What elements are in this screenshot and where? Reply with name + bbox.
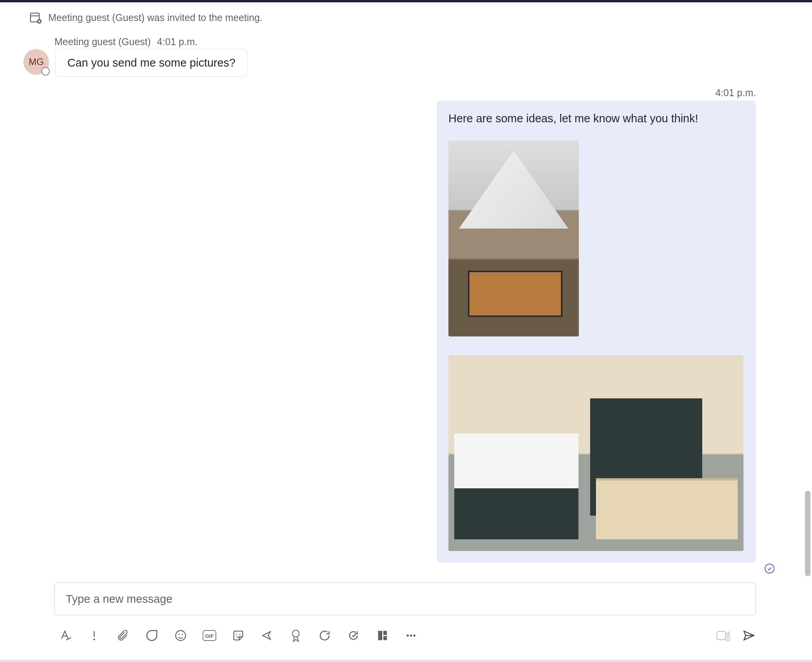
- svg-point-13: [236, 634, 237, 635]
- svg-point-5: [765, 564, 774, 573]
- svg-point-7: [93, 639, 95, 641]
- loop-icon[interactable]: [145, 629, 159, 643]
- svg-point-21: [413, 634, 416, 637]
- svg-point-10: [182, 634, 183, 635]
- incoming-sender: Meeting guest (Guest): [54, 36, 151, 48]
- bottom-divider: [0, 660, 812, 662]
- avatar-initials: MG: [29, 56, 44, 67]
- svg-point-20: [410, 634, 412, 637]
- outgoing-text: Here are some ideas, let me know what yo…: [448, 112, 744, 125]
- incoming-message-row: MG Can you send me some pictures?: [23, 49, 248, 77]
- share-icon[interactable]: [260, 629, 274, 643]
- svg-point-14: [239, 634, 241, 635]
- attachment-image-2[interactable]: [448, 355, 743, 551]
- attach-icon[interactable]: [116, 629, 130, 643]
- scrollbar-thumb[interactable]: [805, 491, 810, 576]
- svg-point-9: [178, 634, 179, 635]
- svg-point-8: [176, 630, 186, 641]
- sticker-icon[interactable]: [231, 629, 245, 643]
- svg-rect-22: [717, 632, 726, 640]
- calendar-add-icon: [29, 11, 42, 24]
- updates-icon[interactable]: [346, 629, 360, 643]
- svg-rect-18: [383, 636, 387, 640]
- system-event-row: Meeting guest (Guest) was invited to the…: [29, 11, 262, 24]
- system-event-text: Meeting guest (Guest) was invited to the…: [48, 12, 262, 23]
- refresh-icon[interactable]: [318, 629, 332, 643]
- outgoing-time: 4:01 p.m.: [715, 87, 756, 99]
- attachment-image-1[interactable]: [448, 141, 579, 336]
- incoming-text: Can you send me some pictures?: [67, 56, 236, 69]
- svg-point-19: [407, 634, 409, 637]
- avatar[interactable]: MG: [23, 49, 49, 75]
- composer-toolbar: GIF: [58, 625, 756, 646]
- send-icon[interactable]: [742, 629, 756, 643]
- message-input[interactable]: [65, 592, 745, 606]
- video-clip-icon[interactable]: [716, 629, 730, 643]
- seen-check-icon: [764, 563, 775, 574]
- presence-offline-icon: [41, 67, 50, 76]
- svg-rect-17: [383, 631, 387, 635]
- incoming-time: 4:01 p.m.: [157, 36, 197, 48]
- stream-icon[interactable]: [375, 629, 389, 643]
- kitchen-upper-cabinet: [454, 433, 578, 488]
- priority-icon[interactable]: [87, 629, 101, 643]
- message-composer[interactable]: [54, 583, 756, 615]
- svg-point-15: [292, 630, 299, 637]
- chat-scroll-area: Meeting guest (Guest) was invited to the…: [0, 2, 812, 615]
- svg-rect-16: [378, 631, 382, 640]
- approvals-icon[interactable]: [289, 629, 303, 643]
- emoji-icon[interactable]: [174, 629, 188, 643]
- svg-text:GIF: GIF: [205, 633, 214, 639]
- kitchen-lower-cabinet: [454, 488, 578, 539]
- gif-icon[interactable]: GIF: [202, 629, 216, 643]
- incoming-meta: Meeting guest (Guest) 4:01 p.m.: [54, 36, 198, 48]
- outgoing-bubble[interactable]: Here are some ideas, let me know what yo…: [437, 100, 756, 563]
- format-icon[interactable]: [58, 629, 72, 643]
- more-icon[interactable]: [404, 629, 418, 643]
- incoming-bubble[interactable]: Can you send me some pictures?: [55, 49, 248, 77]
